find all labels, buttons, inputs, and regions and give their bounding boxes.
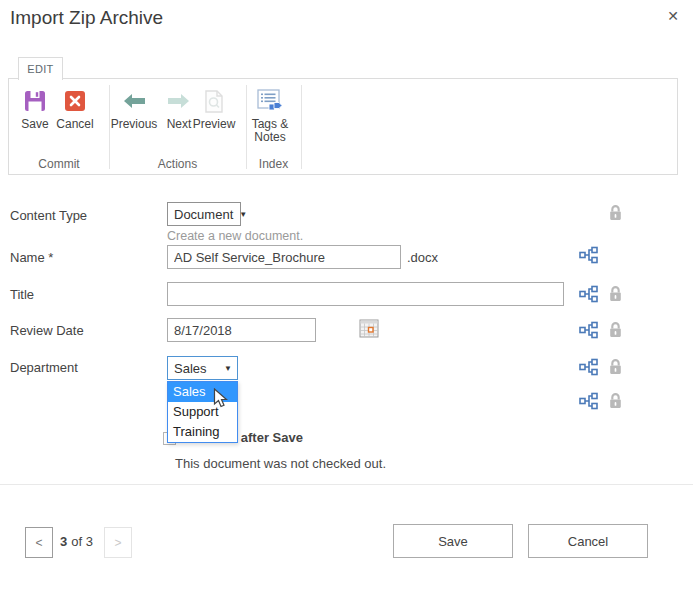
ribbon-separator: [301, 85, 302, 169]
lock-icon: [608, 321, 623, 339]
save-icon: [24, 85, 46, 117]
preview-ribbon-button: Preview: [192, 85, 236, 131]
close-icon[interactable]: ✕: [662, 5, 684, 27]
content-type-select[interactable]: Document ▼: [167, 202, 241, 226]
workflow-icon[interactable]: [579, 392, 599, 410]
review-date-input[interactable]: [167, 318, 316, 342]
group-label-actions: Actions: [109, 157, 246, 171]
group-label-index: Index: [246, 157, 301, 171]
arrow-left-icon: [121, 85, 147, 117]
file-extension: .docx: [407, 250, 438, 265]
review-date-label: Review Date: [10, 323, 84, 338]
cancel-ribbon-button[interactable]: Cancel: [55, 85, 95, 131]
page-indicator: 3of 3: [60, 534, 93, 549]
next-page-button: >: [104, 527, 132, 558]
chevron-down-icon: ▼: [239, 210, 247, 219]
cancel-button[interactable]: Cancel: [528, 524, 648, 558]
import-zip-archive-dialog: Import Zip Archive ✕ EDIT Save: [0, 0, 693, 593]
lock-icon: [608, 392, 623, 410]
preview-icon: [205, 85, 223, 117]
previous-ribbon-button[interactable]: Previous: [110, 85, 158, 131]
save-ribbon-button[interactable]: Save: [17, 85, 53, 131]
lock-icon: [608, 358, 623, 376]
content-type-help: Create a new document.: [167, 229, 303, 243]
previous-page-button[interactable]: <: [25, 527, 53, 558]
group-label-commit: Commit: [9, 157, 109, 171]
tab-edit[interactable]: EDIT: [18, 57, 63, 80]
arrow-right-icon: [166, 85, 192, 117]
mouse-cursor-icon: [213, 388, 228, 413]
checkout-status-text: This document was not checked out.: [175, 456, 386, 471]
save-button[interactable]: Save: [393, 524, 513, 558]
department-select[interactable]: Sales ▼: [167, 356, 238, 380]
name-label: Name *: [10, 250, 53, 265]
calendar-icon[interactable]: [359, 319, 379, 338]
lock-icon: [608, 285, 623, 303]
footer-divider: [0, 484, 693, 485]
workflow-icon[interactable]: [579, 321, 599, 339]
page-title: Import Zip Archive: [10, 7, 163, 29]
workflow-icon[interactable]: [579, 358, 599, 376]
title-label: Title: [10, 287, 34, 302]
ribbon: Save Cancel Previous: [8, 78, 678, 175]
cancel-icon: [64, 85, 86, 117]
content-type-label: Content Type: [10, 208, 87, 223]
department-label: Department: [10, 360, 78, 375]
workflow-icon[interactable]: [579, 285, 599, 303]
name-input[interactable]: [167, 245, 401, 269]
lock-icon: [608, 204, 623, 222]
tags-notes-ribbon-button[interactable]: Tags & Notes: [248, 85, 292, 144]
title-input[interactable]: [167, 282, 564, 306]
tags-notes-icon: [257, 85, 283, 117]
chevron-down-icon: ▼: [224, 364, 232, 373]
workflow-icon[interactable]: [579, 246, 599, 264]
select-option-training[interactable]: Training: [168, 422, 237, 442]
